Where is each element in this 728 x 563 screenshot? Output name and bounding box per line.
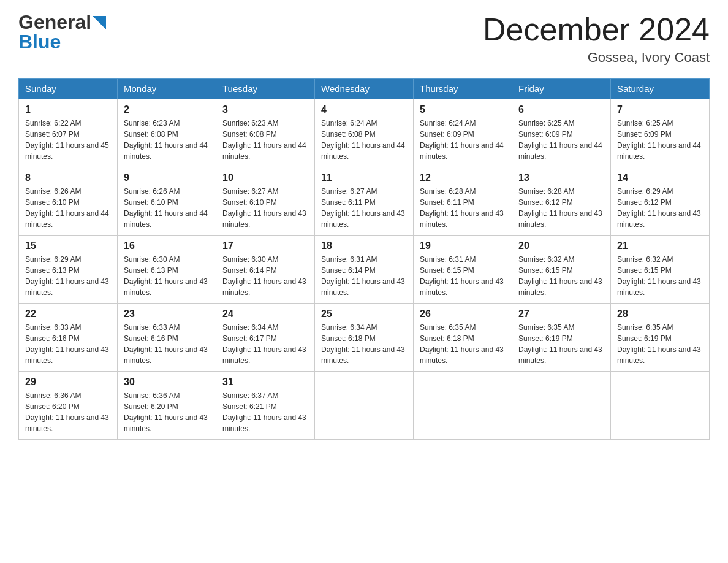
sunrise-text: Sunrise: 6:27 AM <box>222 187 278 196</box>
calendar-cell: 4 Sunrise: 6:24 AM Sunset: 6:08 PM Dayli… <box>315 99 414 167</box>
weekday-header-friday: Friday <box>512 79 611 99</box>
sunset-text: Sunset: 6:14 PM <box>222 266 277 275</box>
calendar-cell: 21 Sunrise: 6:32 AM Sunset: 6:15 PM Dayl… <box>611 236 710 304</box>
day-info: Sunrise: 6:24 AM Sunset: 6:08 PM Dayligh… <box>321 118 407 162</box>
daylight-text: Daylight: 11 hours and 43 minutes. <box>321 345 405 365</box>
daylight-text: Daylight: 11 hours and 43 minutes. <box>124 345 208 365</box>
sunrise-text: Sunrise: 6:32 AM <box>617 255 673 264</box>
sunrise-text: Sunrise: 6:28 AM <box>518 187 574 196</box>
sunrise-text: Sunrise: 6:35 AM <box>420 323 476 332</box>
calendar-cell: 16 Sunrise: 6:30 AM Sunset: 6:13 PM Dayl… <box>118 236 216 304</box>
day-info: Sunrise: 6:34 AM Sunset: 6:18 PM Dayligh… <box>321 322 407 366</box>
day-info: Sunrise: 6:37 AM Sunset: 6:21 PM Dayligh… <box>222 390 308 434</box>
day-number: 16 <box>124 240 210 251</box>
day-number: 26 <box>420 308 506 320</box>
sunset-text: Sunset: 6:10 PM <box>25 198 80 207</box>
sunrise-text: Sunrise: 6:24 AM <box>420 119 476 128</box>
weekday-header-thursday: Thursday <box>414 79 512 99</box>
day-number: 12 <box>420 172 506 183</box>
daylight-text: Daylight: 11 hours and 43 minutes. <box>518 277 602 297</box>
calendar-cell: 7 Sunrise: 6:25 AM Sunset: 6:09 PM Dayli… <box>611 99 710 167</box>
daylight-text: Daylight: 11 hours and 43 minutes. <box>222 345 306 365</box>
calendar-week-row: 29 Sunrise: 6:36 AM Sunset: 6:20 PM Dayl… <box>19 372 710 440</box>
calendar-table: SundayMondayTuesdayWednesdayThursdayFrid… <box>18 78 710 440</box>
calendar-cell: 12 Sunrise: 6:28 AM Sunset: 6:11 PM Dayl… <box>414 167 512 236</box>
calendar-cell <box>611 372 710 440</box>
sunrise-text: Sunrise: 6:31 AM <box>420 255 476 264</box>
calendar-cell: 13 Sunrise: 6:28 AM Sunset: 6:12 PM Dayl… <box>512 167 611 236</box>
sunset-text: Sunset: 6:08 PM <box>321 130 376 139</box>
day-info: Sunrise: 6:30 AM Sunset: 6:14 PM Dayligh… <box>222 254 308 298</box>
sunrise-text: Sunrise: 6:30 AM <box>124 255 180 264</box>
day-info: Sunrise: 6:29 AM Sunset: 6:13 PM Dayligh… <box>25 254 111 298</box>
day-info: Sunrise: 6:24 AM Sunset: 6:09 PM Dayligh… <box>420 118 506 162</box>
calendar-week-row: 22 Sunrise: 6:33 AM Sunset: 6:16 PM Dayl… <box>19 304 710 372</box>
daylight-text: Daylight: 11 hours and 43 minutes. <box>124 277 208 297</box>
day-number: 9 <box>124 172 210 183</box>
day-number: 27 <box>518 308 604 320</box>
day-info: Sunrise: 6:27 AM Sunset: 6:11 PM Dayligh… <box>321 186 407 230</box>
calendar-cell: 31 Sunrise: 6:37 AM Sunset: 6:21 PM Dayl… <box>216 372 315 440</box>
daylight-text: Daylight: 11 hours and 43 minutes. <box>518 209 602 229</box>
calendar-cell <box>414 372 512 440</box>
sunrise-text: Sunrise: 6:35 AM <box>518 323 574 332</box>
calendar-cell: 23 Sunrise: 6:33 AM Sunset: 6:16 PM Dayl… <box>118 304 216 372</box>
day-number: 6 <box>518 104 604 115</box>
calendar-week-row: 15 Sunrise: 6:29 AM Sunset: 6:13 PM Dayl… <box>19 236 710 304</box>
day-number: 20 <box>518 240 604 251</box>
sunset-text: Sunset: 6:18 PM <box>321 334 376 343</box>
daylight-text: Daylight: 11 hours and 45 minutes. <box>25 141 109 161</box>
sunrise-text: Sunrise: 6:31 AM <box>321 255 377 264</box>
sunset-text: Sunset: 6:20 PM <box>124 402 178 411</box>
calendar-cell: 2 Sunrise: 6:23 AM Sunset: 6:08 PM Dayli… <box>118 99 216 167</box>
day-info: Sunrise: 6:33 AM Sunset: 6:16 PM Dayligh… <box>25 322 111 366</box>
daylight-text: Daylight: 11 hours and 44 minutes. <box>617 141 701 161</box>
day-number: 19 <box>420 240 506 251</box>
day-info: Sunrise: 6:28 AM Sunset: 6:12 PM Dayligh… <box>518 186 604 230</box>
weekday-header-monday: Monday <box>118 79 216 99</box>
location-subtitle: Gossea, Ivory Coast <box>483 50 710 66</box>
daylight-text: Daylight: 11 hours and 43 minutes. <box>617 209 701 229</box>
day-number: 18 <box>321 240 407 251</box>
calendar-week-row: 8 Sunrise: 6:26 AM Sunset: 6:10 PM Dayli… <box>19 167 710 236</box>
day-info: Sunrise: 6:25 AM Sunset: 6:09 PM Dayligh… <box>518 118 604 162</box>
day-number: 28 <box>617 308 703 320</box>
day-number: 3 <box>222 104 308 115</box>
sunrise-text: Sunrise: 6:27 AM <box>321 187 377 196</box>
daylight-text: Daylight: 11 hours and 43 minutes. <box>222 413 306 433</box>
calendar-cell: 9 Sunrise: 6:26 AM Sunset: 6:10 PM Dayli… <box>118 167 216 236</box>
title-area: December 2024 Gossea, Ivory Coast <box>483 12 710 66</box>
page-header: General Blue December 2024 Gossea, Ivory… <box>18 12 710 66</box>
sunrise-text: Sunrise: 6:36 AM <box>124 391 180 400</box>
day-info: Sunrise: 6:33 AM Sunset: 6:16 PM Dayligh… <box>124 322 210 366</box>
sunrise-text: Sunrise: 6:34 AM <box>321 323 377 332</box>
day-number: 24 <box>222 308 308 320</box>
calendar-cell: 17 Sunrise: 6:30 AM Sunset: 6:14 PM Dayl… <box>216 236 315 304</box>
sunset-text: Sunset: 6:13 PM <box>124 266 178 275</box>
sunset-text: Sunset: 6:17 PM <box>222 334 277 343</box>
calendar-cell: 27 Sunrise: 6:35 AM Sunset: 6:19 PM Dayl… <box>512 304 611 372</box>
calendar-cell: 1 Sunrise: 6:22 AM Sunset: 6:07 PM Dayli… <box>19 99 118 167</box>
sunset-text: Sunset: 6:20 PM <box>25 402 80 411</box>
svg-marker-0 <box>93 16 106 29</box>
day-info: Sunrise: 6:25 AM Sunset: 6:09 PM Dayligh… <box>617 118 703 162</box>
sunrise-text: Sunrise: 6:34 AM <box>222 323 278 332</box>
daylight-text: Daylight: 11 hours and 43 minutes. <box>420 277 504 297</box>
sunset-text: Sunset: 6:19 PM <box>518 334 573 343</box>
day-number: 13 <box>518 172 604 183</box>
day-info: Sunrise: 6:35 AM Sunset: 6:18 PM Dayligh… <box>420 322 506 366</box>
sunrise-text: Sunrise: 6:26 AM <box>25 187 81 196</box>
sunset-text: Sunset: 6:13 PM <box>25 266 80 275</box>
day-info: Sunrise: 6:31 AM Sunset: 6:14 PM Dayligh… <box>321 254 407 298</box>
sunset-text: Sunset: 6:15 PM <box>420 266 474 275</box>
daylight-text: Daylight: 11 hours and 44 minutes. <box>25 209 109 229</box>
sunrise-text: Sunrise: 6:33 AM <box>124 323 180 332</box>
calendar-week-row: 1 Sunrise: 6:22 AM Sunset: 6:07 PM Dayli… <box>19 99 710 167</box>
daylight-text: Daylight: 11 hours and 43 minutes. <box>222 209 306 229</box>
day-info: Sunrise: 6:27 AM Sunset: 6:10 PM Dayligh… <box>222 186 308 230</box>
daylight-text: Daylight: 11 hours and 43 minutes. <box>25 277 109 297</box>
day-number: 30 <box>124 377 210 388</box>
calendar-cell: 18 Sunrise: 6:31 AM Sunset: 6:14 PM Dayl… <box>315 236 414 304</box>
sunset-text: Sunset: 6:21 PM <box>222 402 277 411</box>
daylight-text: Daylight: 11 hours and 43 minutes. <box>124 413 208 433</box>
